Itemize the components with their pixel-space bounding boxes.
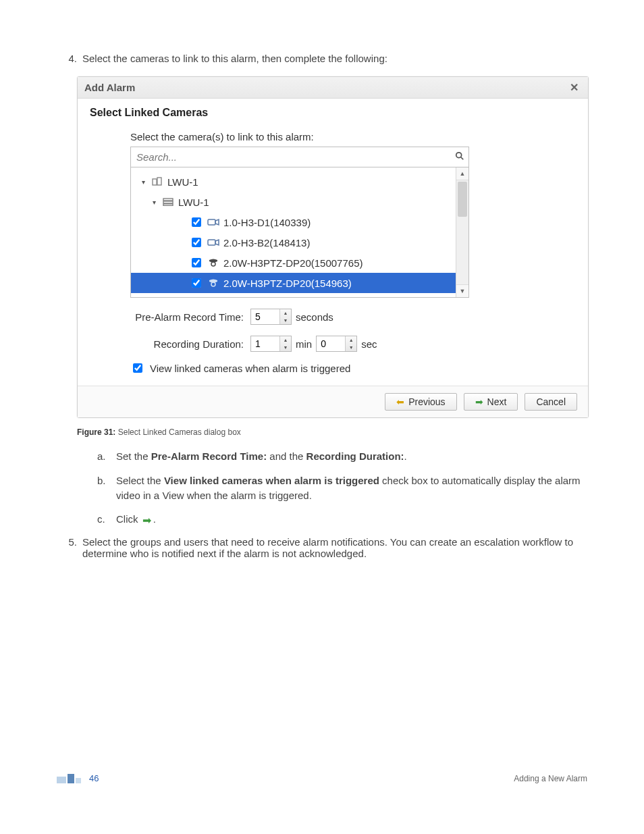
previous-button[interactable]: ⬅ Previous <box>385 393 456 411</box>
substeps: a. Set the Pre-Alarm Record Time: and th… <box>97 449 587 527</box>
next-button-label: Next <box>487 396 507 407</box>
previous-button-label: Previous <box>408 396 445 407</box>
recdur-sec-spinner: ▲ ▼ <box>316 336 357 352</box>
arrow-left-icon: ⬅ <box>396 396 404 407</box>
chevron-down-icon[interactable]: ▾ <box>150 199 158 206</box>
recdur-min-input[interactable] <box>251 336 279 351</box>
prealarm-unit: seconds <box>296 311 333 323</box>
tree-root-label: LWU-1 <box>167 176 198 188</box>
prealarm-spinner: ▲ ▼ <box>250 309 292 325</box>
search-input[interactable] <box>131 147 451 167</box>
tree-root[interactable]: ▾ LWU-1 <box>136 172 456 192</box>
camera-icon <box>207 217 219 227</box>
step-4-text: Select the cameras to link to this alarm… <box>82 53 587 64</box>
step-4: 4. Select the cameras to link to this al… <box>57 53 587 64</box>
ptz-camera-icon <box>207 258 219 267</box>
svg-rect-2 <box>153 179 157 185</box>
substep-b-marker: b. <box>97 473 116 503</box>
dialog-section-title: Select Linked Cameras <box>90 107 576 119</box>
tree-scrollbar[interactable]: ▲ ▼ <box>456 167 468 297</box>
scroll-down-icon[interactable]: ▼ <box>456 284 468 297</box>
view-linked-checkbox[interactable] <box>133 363 142 373</box>
svg-point-9 <box>211 262 215 266</box>
search-row <box>130 147 469 167</box>
step-5-number: 5. <box>57 536 82 559</box>
dialog-instruction: Select the camera(s) to link to this ala… <box>130 131 576 142</box>
svg-rect-7 <box>208 219 215 225</box>
ptz-camera-icon <box>207 278 219 288</box>
camera-icon <box>207 238 219 247</box>
substep-c-pre: Click <box>116 513 141 525</box>
add-alarm-dialog: Add Alarm ✕ Select Linked Cameras Select… <box>77 76 589 418</box>
recdur-row: Recording Duration: ▲ ▼ min ▲ ▼ <box>130 336 576 352</box>
scroll-up-icon[interactable]: ▲ <box>456 167 468 180</box>
spinner-down-icon[interactable]: ▼ <box>280 344 291 351</box>
svg-line-1 <box>461 157 464 160</box>
footer-right: Adding a New Alarm <box>514 774 587 783</box>
camera-checkbox[interactable] <box>192 217 201 227</box>
server-icon <box>162 197 174 207</box>
camera-label: 2.0-H3-B2(148413) <box>223 237 310 249</box>
substep-a-marker: a. <box>97 449 116 464</box>
recdur-sec-input[interactable] <box>317 336 345 351</box>
close-icon[interactable]: ✕ <box>567 81 581 94</box>
view-linked-row: View linked cameras when alarm is trigge… <box>130 361 576 375</box>
substep-a: a. Set the Pre-Alarm Record Time: and th… <box>97 449 587 464</box>
camera-checkbox[interactable] <box>192 278 201 288</box>
cancel-button[interactable]: Cancel <box>525 393 577 411</box>
arrow-right-icon: ➡ <box>475 396 483 407</box>
tree-camera-item-selected[interactable]: 2.0W-H3PTZ-DP20(154963) <box>131 273 468 293</box>
step-4-number: 4. <box>57 53 82 64</box>
tree-camera-item[interactable]: 2.0W-H3PTZ-DP20(15007765) <box>136 253 456 273</box>
substep-a-pre: Set the <box>116 450 151 462</box>
camera-label: 1.0-H3-D1(140339) <box>223 217 311 228</box>
view-linked-label: View linked cameras when alarm is trigge… <box>150 363 350 374</box>
substep-c-post: . <box>153 513 156 525</box>
search-icon[interactable] <box>451 151 468 163</box>
dialog-footer: ⬅ Previous ➡ Next Cancel <box>78 386 588 417</box>
svg-rect-3 <box>157 178 161 185</box>
recdur-sec-unit: sec <box>361 338 377 350</box>
recdur-label: Recording Duration: <box>130 338 244 350</box>
substep-a-bold1: Pre-Alarm Record Time: <box>151 450 267 462</box>
camera-checkbox[interactable] <box>192 238 201 247</box>
substep-a-bold2: Recording Duration: <box>306 450 404 462</box>
camera-label: 2.0W-H3PTZ-DP20(154963) <box>223 278 352 289</box>
prealarm-label: Pre-Alarm Record Time: <box>130 311 244 323</box>
substep-b: b. Select the View linked cameras when a… <box>97 473 587 503</box>
svg-rect-8 <box>208 240 215 245</box>
next-arrow-icon: ➡ <box>141 515 153 525</box>
tree-camera-item[interactable]: 1.0-H3-D1(140339) <box>136 212 456 232</box>
prealarm-row: Pre-Alarm Record Time: ▲ ▼ seconds <box>130 309 576 325</box>
next-button[interactable]: ➡ Next <box>464 393 518 411</box>
recdur-min-unit: min <box>296 338 312 350</box>
step-5-text: Select the groups and users that need to… <box>82 536 587 559</box>
spinner-down-icon[interactable]: ▼ <box>280 317 291 324</box>
step-5: 5. Select the groups and users that need… <box>57 536 587 559</box>
spinner-up-icon[interactable]: ▲ <box>280 309 291 317</box>
substep-b-pre: Select the <box>116 475 164 486</box>
tree-camera-item[interactable]: 2.0-H3-B2(148413) <box>136 232 456 253</box>
substep-a-mid: and the <box>267 450 306 462</box>
recdur-min-spinner: ▲ ▼ <box>250 336 292 352</box>
substep-c-marker: c. <box>97 512 116 527</box>
site-icon <box>151 177 163 186</box>
footer-left: 46 <box>57 773 99 783</box>
chevron-down-icon[interactable]: ▾ <box>139 178 147 186</box>
spinner-down-icon[interactable]: ▼ <box>346 344 356 351</box>
prealarm-input[interactable] <box>251 309 279 324</box>
page-number: 46 <box>89 773 99 783</box>
svg-rect-5 <box>163 201 173 203</box>
figure-label: Figure 31: <box>77 427 115 437</box>
figure-caption: Figure 31: Select Linked Cameras dialog … <box>77 427 587 437</box>
svg-rect-4 <box>163 199 173 201</box>
camera-label: 2.0W-H3PTZ-DP20(15007765) <box>223 257 363 269</box>
spinner-up-icon[interactable]: ▲ <box>280 336 291 344</box>
svg-point-0 <box>456 153 462 158</box>
page-footer: 46 Adding a New Alarm <box>0 773 644 797</box>
camera-checkbox[interactable] <box>192 258 201 267</box>
scroll-thumb[interactable] <box>458 182 467 217</box>
tree-group[interactable]: ▾ LWU-1 <box>136 192 456 212</box>
substep-c: c. Click ➡. <box>97 512 587 527</box>
spinner-up-icon[interactable]: ▲ <box>346 336 356 344</box>
